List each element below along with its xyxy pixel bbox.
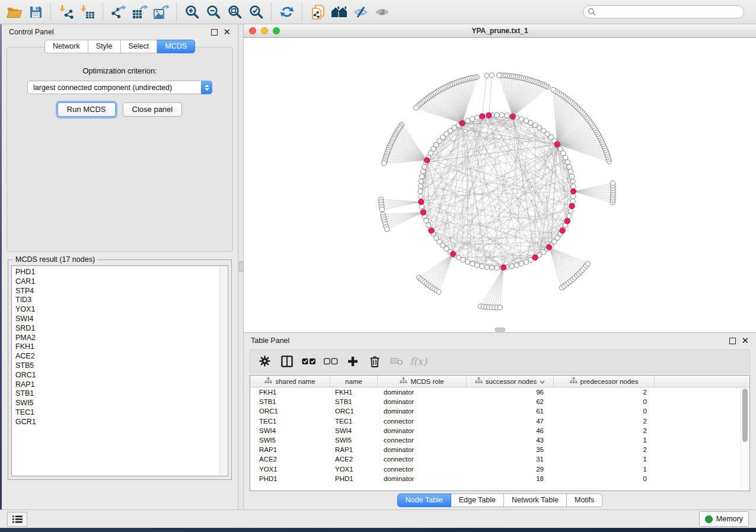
table-cell[interactable]: ACE2 xyxy=(250,456,330,463)
search-field[interactable] xyxy=(583,5,744,18)
canvas-hscroll-thumb[interactable] xyxy=(495,328,505,332)
list-item[interactable]: SWI4 xyxy=(15,315,228,324)
table-cell[interactable]: RAP1 xyxy=(250,446,330,453)
float-panel-icon[interactable] xyxy=(211,29,218,36)
import-table-icon[interactable] xyxy=(77,2,98,21)
table-cell[interactable]: 1 xyxy=(554,466,655,473)
list-item[interactable]: TEC1 xyxy=(15,408,228,418)
table-cell[interactable]: 2 xyxy=(554,446,655,453)
table-cell[interactable]: 1 xyxy=(554,456,655,463)
table-cell[interactable]: 46 xyxy=(467,427,554,434)
list-scrollbar[interactable] xyxy=(219,267,227,475)
table-cell[interactable]: 2 xyxy=(554,427,655,434)
table-cell[interactable]: RAP1 xyxy=(330,446,378,453)
memory-button[interactable]: Memory xyxy=(699,511,749,527)
table-cell[interactable]: 0 xyxy=(554,408,655,415)
tab-select[interactable]: Select xyxy=(121,40,158,53)
list-item[interactable]: STP4 xyxy=(15,287,228,296)
list-item[interactable]: SRD1 xyxy=(15,324,228,334)
table-cell[interactable]: PHD1 xyxy=(250,475,330,482)
list-item[interactable]: STB1 xyxy=(15,389,228,399)
list-item[interactable]: RAP1 xyxy=(15,380,228,390)
run-mcds-button[interactable]: Run MCDS xyxy=(58,102,116,117)
list-item[interactable]: STB5 xyxy=(15,361,228,371)
table-cell[interactable]: 2 xyxy=(554,418,655,425)
column-header-MCDS-role[interactable]: MCDS role xyxy=(378,376,467,387)
column-header-shared-name[interactable]: shared name xyxy=(250,376,330,387)
list-item[interactable]: FKH1 xyxy=(15,342,228,352)
tab-mcds[interactable]: MCDS xyxy=(157,40,195,53)
export-image-icon[interactable] xyxy=(151,2,172,21)
clone-network-icon[interactable] xyxy=(307,2,328,21)
table-cell[interactable]: SWI4 xyxy=(250,427,330,434)
table-cell[interactable]: 43 xyxy=(467,437,554,444)
table-cell[interactable]: dominator xyxy=(378,475,467,482)
window-maximize-icon[interactable] xyxy=(273,27,280,34)
table-cell[interactable]: 18 xyxy=(467,475,554,482)
table-cell[interactable]: 61 xyxy=(467,408,554,415)
gear-icon[interactable] xyxy=(254,352,276,370)
select-all-icon[interactable] xyxy=(298,352,320,370)
add-column-icon[interactable] xyxy=(342,352,363,370)
tab-node-table[interactable]: Node Table xyxy=(397,493,451,507)
import-network-icon[interactable] xyxy=(56,2,77,21)
table-cell[interactable]: 2 xyxy=(554,389,655,396)
table-cell[interactable]: ORC1 xyxy=(250,408,330,415)
zoom-fit-icon[interactable] xyxy=(224,2,245,21)
table-cell[interactable]: ACE2 xyxy=(330,456,378,463)
table-cell[interactable]: ORC1 xyxy=(330,408,378,415)
table-cell[interactable]: TEC1 xyxy=(250,418,330,425)
list-item[interactable]: SWI5 xyxy=(15,399,228,408)
export-table-icon[interactable] xyxy=(129,2,151,21)
search-input[interactable] xyxy=(598,6,744,18)
table-row[interactable]: ORC1ORC1dominator610 xyxy=(250,406,749,416)
table-row[interactable]: ACE2ACE2connector311 xyxy=(250,454,749,464)
tab-network-table[interactable]: Network Table xyxy=(504,493,567,507)
list-item[interactable]: GCR1 xyxy=(15,418,228,427)
table-cell[interactable]: 35 xyxy=(467,446,554,453)
criterion-dropdown[interactable]: largest connected component (undirected) xyxy=(27,81,212,94)
zoom-in-icon[interactable] xyxy=(181,2,203,21)
table-cell[interactable]: YOX1 xyxy=(250,466,330,473)
table-cell[interactable]: connector xyxy=(378,437,467,444)
tab-edge-table[interactable]: Edge Table xyxy=(451,493,504,507)
refresh-icon[interactable] xyxy=(276,2,298,21)
table-cell[interactable]: 0 xyxy=(554,475,655,482)
table-cell[interactable]: dominator xyxy=(378,408,467,415)
table-row[interactable]: SWI4SWI4dominator462 xyxy=(250,426,749,435)
table-cell[interactable]: connector xyxy=(378,466,467,473)
network-graph[interactable] xyxy=(244,38,756,332)
table-cell[interactable]: dominator xyxy=(378,446,467,453)
panel-splitter[interactable] xyxy=(238,24,244,509)
list-item[interactable]: ORC1 xyxy=(15,371,228,380)
network-canvas[interactable] xyxy=(244,38,756,332)
table-row[interactable]: PHD1PHD1dominator180 xyxy=(250,474,749,483)
column-header-successor-nodes[interactable]: successor nodes xyxy=(467,376,554,387)
delete-icon[interactable] xyxy=(363,352,385,370)
table-cell[interactable]: SWI5 xyxy=(250,437,330,444)
table-cell[interactable]: FKH1 xyxy=(330,389,378,396)
list-item[interactable]: CAR1 xyxy=(15,277,228,287)
zoom-selected-icon[interactable] xyxy=(245,2,267,21)
list-item[interactable]: PMA2 xyxy=(15,334,228,343)
table-row[interactable]: YOX1YOX1connector291 xyxy=(250,464,749,474)
open-file-icon[interactable] xyxy=(4,2,25,21)
table-cell[interactable]: STB1 xyxy=(330,398,378,405)
zoom-out-icon[interactable] xyxy=(203,2,224,21)
list-item[interactable]: PHD1 xyxy=(15,268,228,277)
table-row[interactable]: SWI5SWI5connector431 xyxy=(250,435,749,445)
close-table-panel-icon[interactable]: ✕ xyxy=(741,338,749,344)
table-cell[interactable]: connector xyxy=(378,418,467,425)
table-cell[interactable]: 96 xyxy=(467,389,554,396)
tab-motifs[interactable]: Motifs xyxy=(567,493,602,507)
table-cell[interactable]: 0 xyxy=(554,398,655,405)
table-row[interactable]: STB1STB1dominator620 xyxy=(250,397,749,406)
table-row[interactable]: RAP1RAP1dominator352 xyxy=(250,445,749,454)
table-cell[interactable]: 62 xyxy=(467,398,554,405)
splitter-handle-icon[interactable] xyxy=(239,261,244,272)
table-cell[interactable]: YOX1 xyxy=(330,466,378,473)
table-cell[interactable]: TEC1 xyxy=(330,418,378,425)
list-item[interactable]: TID3 xyxy=(15,296,228,305)
table-cell[interactable]: 1 xyxy=(554,437,655,444)
list-item[interactable]: YOX1 xyxy=(15,305,228,315)
